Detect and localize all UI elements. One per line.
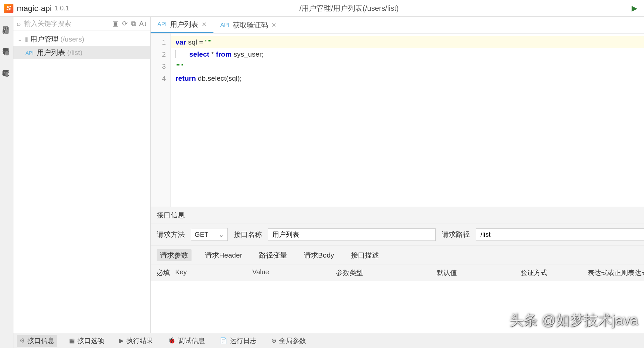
tree-folder[interactable]: ⌄ ▮ 用户管理 (/users) [13,32,150,46]
sidebar: ⌕ ▣ ⟳ ⧉ A↓ ⌄ ▮ 用户管理 (/users) API 用户列表 (/… [13,17,151,348]
app-version: 1.0.1 [54,4,69,12]
breadcrumb: /用户管理/用户列表(/users/list) [69,3,629,13]
play-icon: ▶ [119,337,124,344]
tree-folder-path: (/users) [60,35,84,43]
path-label: 请求路径 [442,230,470,239]
app-name: magic-api [17,4,52,13]
path-input[interactable] [476,228,644,241]
folder-icon: ▮ [25,36,28,43]
line-gutter: 1 2 3 4 [151,33,171,207]
status-global[interactable]: ⊕ 全局参数 [269,335,309,347]
api-badge: API [220,22,229,28]
vertical-tabs: 接口列表 ▮ 函数列表 ▮ 数据源管理 ▮ [0,17,13,348]
status-debug[interactable]: 🐞 调试信息 [165,335,208,347]
tab-users-list[interactable]: API 用户列表 ✕ [151,17,213,33]
folder-icon: ▮ [0,25,13,37]
status-bar: ⚙ 接口信息 ▦ 接口选项 ▶ 执行结果 🐞 调试信息 📄 运行日志 ⊕ 全局参… [13,333,644,348]
settings-icon: ⚙ [19,337,25,344]
grid-icon: ▦ [69,337,75,344]
th-key: Key [175,268,252,277]
name-input[interactable] [268,228,436,241]
log-icon: 📄 [220,337,227,344]
refresh-icon[interactable]: ⟳ [122,19,128,27]
tree-item-path: (/list) [67,49,83,57]
folder-icon: ▮ [0,68,13,80]
globe-icon: ⊕ [271,337,276,344]
subtab-desc[interactable]: 接口描述 [347,249,382,261]
tab-label: 获取验证码 [233,20,268,30]
sort-icon[interactable]: A↓ [139,20,147,27]
copy-icon[interactable]: ⧉ [131,20,136,27]
chevron-down-icon: ⌄ [17,36,23,43]
close-icon[interactable]: ✕ [271,21,276,29]
api-badge: API [157,21,166,28]
vtab-interfaces[interactable]: 接口列表 [0,19,13,24]
th-validate-method: 验证方式 [521,268,588,277]
subtab-pathvars[interactable]: 路径变量 [256,249,290,261]
api-badge: API [25,50,34,56]
vtab-functions[interactable]: 函数列表 [0,40,13,46]
tree-item-label: 用户列表 [37,48,65,57]
method-select[interactable]: GET ⌄ [191,228,228,241]
folder-icon: ▮ [0,47,13,58]
tab-get-captcha[interactable]: API 获取验证码 ✕ [214,17,283,33]
search-input[interactable] [24,20,109,27]
editor-tabs: API 用户列表 ✕ API 获取验证码 ✕ [151,17,644,33]
th-expression: 表达式或正则表达式 [588,268,644,277]
run-button[interactable]: ▶ [629,4,640,13]
method-label: 请求方法 [157,230,185,239]
chevron-down-icon: ⌄ [218,230,224,238]
status-result[interactable]: ▶ 执行结果 [116,335,156,347]
app-logo: S [4,4,13,13]
search-icon: ⌕ [17,20,21,27]
code-content[interactable]: var sql = """ select * from sys_user; ""… [171,33,644,207]
tree-folder-label: 用户管理 [30,34,58,44]
bottom-panel: 接口信息 请求方法 GET ⌄ 接口名称 请求路径 请求参数 请求Header … [151,207,644,348]
status-log[interactable]: 📄 运行日志 [217,335,259,347]
bug-icon: 🐞 [168,337,175,344]
th-default: 默认值 [437,268,521,277]
new-folder-icon[interactable]: ▣ [112,19,119,27]
code-editor[interactable]: 1 2 3 4 var sql = """ select * from sys_… [151,33,644,207]
status-options[interactable]: ▦ 接口选项 [66,335,107,347]
status-info[interactable]: ⚙ 接口信息 [17,335,57,347]
vtab-datasources[interactable]: 数据源管理 [0,62,13,67]
th-required: 必填 [157,268,175,277]
subtab-params[interactable]: 请求参数 [157,249,192,261]
subtab-headers[interactable]: 请求Header [202,249,246,261]
tree-item-users-list[interactable]: API 用户列表 (/list) [13,46,150,59]
tab-label: 用户列表 [170,20,198,29]
close-icon[interactable]: ✕ [202,21,207,28]
th-value: Value [252,268,336,277]
subtab-body[interactable]: 请求Body [301,249,337,261]
params-table-header: 必填 Key Value 参数类型 默认值 验证方式 表达式或正则表达式 验证说… [151,265,644,281]
th-param-type: 参数类型 [336,268,437,277]
name-label: 接口名称 [234,230,262,239]
panel-title: 接口信息 [151,207,644,223]
